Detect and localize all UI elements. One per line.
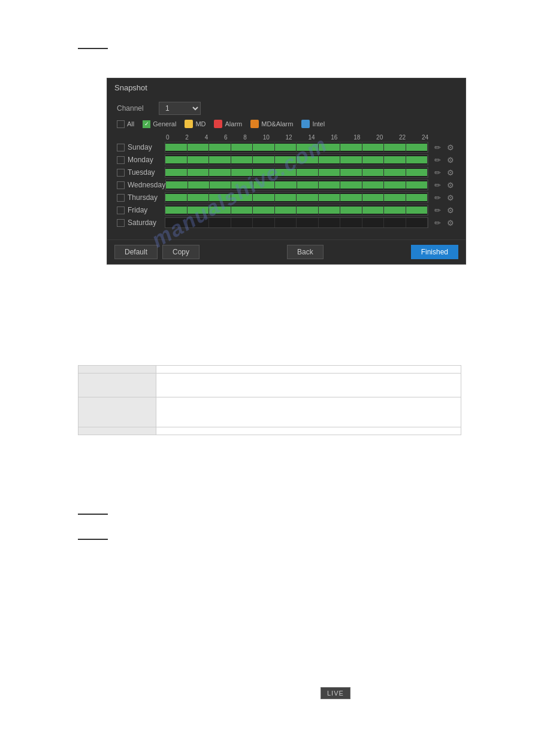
table-cell-label: [78, 366, 156, 374]
schedule-row-saturday: Saturday ✏ ⚙: [117, 217, 456, 228]
legend-md: MD: [185, 120, 205, 128]
sunday-settings-icon[interactable]: ⚙: [445, 142, 456, 153]
friday-settings-icon[interactable]: ⚙: [445, 205, 456, 215]
time-14: 14: [308, 134, 315, 141]
friday-edit-icon[interactable]: ✏: [432, 205, 443, 215]
all-label: All: [127, 120, 134, 127]
schedule-row-monday: Monday ✏ ⚙: [117, 154, 456, 165]
monday-actions: ✏ ⚙: [432, 154, 456, 165]
all-checkbox[interactable]: [117, 120, 125, 128]
saturday-edit-icon[interactable]: ✏: [432, 217, 443, 228]
schedule-row-sunday: Sunday ✏ ⚙: [117, 142, 456, 153]
time-6: 6: [224, 134, 228, 141]
live-label: LIVE: [327, 690, 344, 697]
day-tuesday: Tuesday: [117, 168, 165, 177]
time-0: 0: [166, 134, 170, 141]
time-20: 20: [376, 134, 383, 141]
alarm-dot: [214, 120, 222, 128]
sunday-label: Sunday: [128, 143, 152, 151]
mdalarm-label: MD&Alarm: [261, 120, 293, 127]
channel-label: Channel: [117, 104, 153, 113]
monday-grid: [165, 155, 428, 165]
thursday-grid: [165, 193, 428, 202]
wednesday-grid: [166, 180, 428, 190]
wednesday-timebar[interactable]: [165, 180, 428, 190]
table-cell-value: [156, 374, 461, 397]
legend-row: All ✓ General MD Alarm MD&Alarm Intel: [117, 120, 456, 128]
schedule-row-wednesday: Wednesday ✏ ⚙: [117, 180, 456, 190]
panel-body: Channel 1 2 3 4 All ✓ General MD: [107, 97, 466, 237]
sunday-grid: [165, 142, 428, 152]
back-button[interactable]: Back: [287, 245, 324, 259]
schedule-row-tuesday: Tuesday ✏ ⚙: [117, 167, 456, 178]
legend-alarm: Alarm: [214, 120, 242, 128]
channel-select[interactable]: 1 2 3 4: [159, 102, 201, 115]
saturday-settings-icon[interactable]: ⚙: [445, 217, 456, 228]
schedule-area: 0 2 4 6 8 10 12 14 16 18 20 22 24: [117, 134, 456, 228]
friday-label: Friday: [128, 206, 147, 214]
friday-checkbox[interactable]: [117, 207, 125, 214]
legend-mdalarm: MD&Alarm: [250, 120, 293, 128]
panel-footer: Default Copy Back Finished: [107, 239, 466, 264]
channel-row: Channel 1 2 3 4: [117, 102, 456, 115]
sunday-edit-icon[interactable]: ✏: [432, 142, 443, 153]
day-thursday: Thursday: [117, 193, 165, 202]
schedule-row-friday: Friday ✏ ⚙: [117, 205, 456, 215]
time-16: 16: [331, 134, 337, 141]
finished-button[interactable]: Finished: [411, 245, 458, 259]
snapshot-panel: Snapshot Channel 1 2 3 4 All ✓ General: [107, 78, 466, 265]
time-header: 0 2 4 6 8 10 12 14 16 18 20 22 24: [117, 134, 456, 141]
time-8: 8: [243, 134, 247, 141]
table-cell-label: [78, 427, 156, 435]
copy-button[interactable]: Copy: [162, 245, 200, 259]
tuesday-actions: ✏ ⚙: [432, 167, 456, 178]
thursday-edit-icon[interactable]: ✏: [432, 192, 443, 203]
monday-settings-icon[interactable]: ⚙: [445, 154, 456, 165]
thursday-timebar[interactable]: [165, 192, 428, 203]
saturday-timebar[interactable]: [165, 217, 428, 228]
legend-intel: Intel: [301, 120, 325, 128]
time-10: 10: [263, 134, 270, 141]
wednesday-checkbox[interactable]: [117, 181, 125, 189]
tuesday-checkbox[interactable]: [117, 169, 125, 177]
day-saturday: Saturday: [117, 218, 165, 227]
monday-label: Monday: [128, 156, 153, 164]
intel-dot: [301, 120, 310, 128]
top-decoration-line: [78, 48, 108, 49]
info-table: [78, 365, 461, 435]
monday-edit-icon[interactable]: ✏: [432, 154, 443, 165]
sunday-checkbox[interactable]: [117, 144, 125, 151]
table-cell-value: [156, 366, 461, 374]
day-monday: Monday: [117, 156, 165, 164]
panel-title: Snapshot: [107, 78, 466, 97]
sunday-timebar[interactable]: [165, 142, 428, 153]
schedule-row-thursday: Thursday ✏ ⚙: [117, 192, 456, 203]
default-button[interactable]: Default: [114, 245, 158, 259]
wednesday-edit-icon[interactable]: ✏: [432, 180, 443, 190]
thursday-label: Thursday: [128, 193, 158, 202]
table-row: [78, 366, 461, 374]
time-22: 22: [399, 134, 406, 141]
time-24: 24: [422, 134, 428, 141]
tuesday-settings-icon[interactable]: ⚙: [445, 167, 456, 178]
thursday-settings-icon[interactable]: ⚙: [445, 192, 456, 203]
tuesday-timebar[interactable]: [165, 167, 428, 178]
tuesday-edit-icon[interactable]: ✏: [432, 167, 443, 178]
general-check: ✓: [143, 120, 150, 128]
mdalarm-dot: [250, 120, 259, 128]
monday-checkbox[interactable]: [117, 156, 125, 164]
friday-timebar[interactable]: [165, 205, 428, 215]
table-row: [78, 427, 461, 435]
day-wednesday: Wednesday: [117, 181, 165, 189]
table-cell-value: [156, 427, 461, 435]
legend-all: All: [117, 120, 134, 128]
day-sunday: Sunday: [117, 143, 165, 151]
monday-timebar[interactable]: [165, 154, 428, 165]
wednesday-settings-icon[interactable]: ⚙: [445, 180, 456, 190]
tuesday-grid: [165, 168, 428, 177]
thursday-checkbox[interactable]: [117, 194, 125, 202]
md-dot: [185, 120, 193, 128]
table-row: [78, 397, 461, 427]
saturday-checkbox[interactable]: [117, 219, 125, 227]
time-18: 18: [353, 134, 360, 141]
